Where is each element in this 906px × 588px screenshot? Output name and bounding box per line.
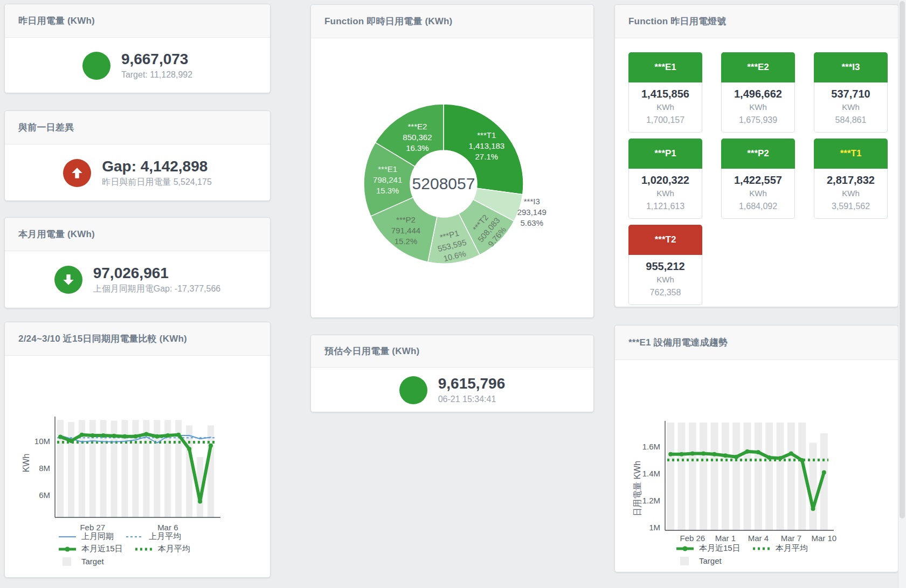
series-marker: [144, 432, 148, 437]
legend-label: 本月平均: [158, 544, 190, 554]
light-tile-body: 1,415,856KWh1,700,157: [628, 82, 702, 133]
target-bar: [787, 423, 795, 530]
svg-text:16.3%: 16.3%: [406, 143, 429, 153]
series-marker: [778, 456, 783, 460]
card-lights: Function 昨日用電燈號 ***E11,415,856KWh1,700,1…: [614, 4, 898, 307]
card-today-estimate: 預估今日用電量 (KWh) 9,615,796 06-21 15:34:41: [310, 335, 594, 412]
x-tick-label: Mar 7: [781, 534, 801, 543]
target-bar: [678, 423, 686, 530]
card-header: 昨日用電量 (KWh): [5, 4, 270, 38]
legend-label: 上月平均: [149, 531, 181, 542]
x-tick-label: Mar 4: [748, 534, 769, 543]
light-tile-body: 1,496,662KWh1,675,939: [721, 82, 795, 133]
light-tile-unit: KWh: [722, 187, 794, 200]
series-marker: [101, 433, 106, 438]
dotted-legend-symbol: [135, 544, 153, 554]
box-legend-symbol: [676, 556, 694, 566]
legend-item-上月同期[interactable]: 上月同期: [58, 531, 114, 542]
light-tile-header: ***E2: [721, 52, 795, 82]
series-marker: [80, 433, 84, 437]
target-bar: [700, 423, 707, 530]
legend-item-本月近15日[interactable]: 本月近15日: [676, 543, 741, 554]
series-marker: [745, 449, 750, 454]
light-tile-unit: KWh: [629, 273, 702, 286]
series-marker: [723, 453, 728, 458]
legend-label: Target: [81, 557, 104, 566]
month-usage-subtext: 上個月同期用電Gap: -17,377,566: [93, 283, 221, 295]
light-tile: ***E11,415,856KWh1,700,157: [628, 52, 702, 133]
legend-item-Target[interactable]: Target: [58, 557, 104, 566]
svg-text:***P2: ***P2: [396, 215, 416, 224]
card-title: Function 昨日用電燈號: [628, 15, 726, 27]
light-tile-secondary-value: 1,675,939: [722, 114, 794, 127]
light-tile: ***T2955,212KWh762,358: [628, 225, 702, 305]
series-marker: [789, 452, 793, 456]
x-tick-label: Mar 1: [715, 534, 736, 543]
dashboard: 昨日用電量 (KWh) 9,667,073 Target: 11,128,992…: [0, 0, 906, 588]
light-tile-secondary-value: 584,861: [814, 114, 887, 127]
thick-legend-symbol: [676, 544, 694, 554]
svg-text:850,362: 850,362: [403, 133, 432, 142]
light-tile: ***P11,020,322KWh1,121,613: [628, 139, 702, 219]
series-marker: [713, 452, 717, 456]
series-marker: [811, 507, 815, 511]
light-tile-value: 1,422,557: [722, 173, 794, 187]
legend-item-本月平均[interactable]: 本月平均: [752, 543, 808, 554]
y-tick-label: 1.4M: [642, 469, 660, 478]
trend-y-axis-label: 日用電量 KWh: [632, 456, 644, 521]
e1-trend-chart: 1M1.2M1.4M1.6MFeb 26Mar 1Mar 4Mar 7Mar 1…: [615, 326, 899, 573]
light-tile-body: 955,212KWh762,358: [628, 255, 702, 305]
light-tile-header: ***E1: [628, 52, 702, 82]
light-tile-secondary-value: 1,121,613: [629, 200, 702, 213]
series-marker: [176, 433, 181, 437]
series-marker: [767, 455, 771, 460]
stat-text: 9,667,073 Target: 11,128,992: [121, 51, 192, 81]
light-tile: ***E21,496,662KWh1,675,939: [721, 52, 795, 133]
dotted-legend-symbol: [752, 544, 771, 554]
card-header: 本月用電量 (KWh): [5, 218, 270, 251]
y-tick-label: 6M: [39, 490, 50, 500]
light-tile-secondary-value: 3,591,562: [814, 200, 887, 213]
light-tile-body: 1,020,322KWh1,121,613: [628, 169, 702, 219]
light-tile-value: 1,415,856: [629, 87, 702, 101]
card-title: 與前一日差異: [18, 121, 74, 134]
legend-label: Target: [699, 556, 722, 565]
arrow-down-icon: [54, 266, 82, 294]
light-tile-value: 955,212: [629, 259, 702, 273]
series-marker: [734, 455, 738, 459]
light-tile-body: 1,422,557KWh1,684,092: [721, 169, 795, 219]
arrow-up-icon: [63, 159, 91, 187]
x-tick-label: Mar 10: [811, 534, 836, 543]
light-tile-body: 2,817,832KWh3,591,562: [814, 169, 888, 219]
target-bar: [68, 422, 74, 517]
status-circle-icon: [399, 376, 427, 404]
series-marker: [701, 452, 706, 456]
today-estimate-timestamp: 06-21 15:34:41: [438, 393, 506, 405]
y-tick-label: 10M: [34, 437, 50, 446]
series-marker: [800, 458, 804, 462]
svg-text:***T1: ***T1: [477, 130, 496, 140]
series-marker: [680, 452, 684, 456]
y-tick-label: 1.2M: [642, 496, 660, 505]
compare-y-axis-label: KWh: [22, 447, 31, 479]
legend-item-本月近15日[interactable]: 本月近15日: [58, 544, 123, 554]
target-bar: [732, 423, 740, 530]
legend-label: 本月近15日: [699, 543, 741, 554]
light-tile-unit: KWh: [629, 187, 702, 200]
stat-text: 97,026,961 上個月同期用電Gap: -17,377,566: [93, 265, 221, 295]
series-marker: [209, 444, 213, 448]
svg-text:1,413,183: 1,413,183: [468, 141, 504, 150]
svg-text:791,444: 791,444: [391, 226, 420, 235]
scrollbar-thumb[interactable]: [900, 1, 905, 518]
prev-day-gap-value: Gap: 4,142,898: [102, 158, 212, 175]
card-e1-trend: ***E1 設備用電達成趨勢 1M1.2M1.4M1.6MFeb 26Mar 1…: [614, 325, 898, 572]
vertical-scrollbar[interactable]: [898, 0, 906, 588]
light-tile-secondary-value: 1,700,157: [629, 114, 702, 127]
legend-item-上月平均[interactable]: 上月平均: [126, 531, 181, 542]
legend-item-Target[interactable]: Target: [676, 556, 722, 566]
legend-item-本月平均[interactable]: 本月平均: [135, 544, 190, 554]
thick-legend-symbol: [58, 544, 77, 554]
svg-text:15.2%: 15.2%: [395, 237, 418, 246]
light-tile: ***P21,422,557KWh1,684,092: [721, 139, 795, 219]
light-tile-header: ***T1: [814, 139, 888, 169]
